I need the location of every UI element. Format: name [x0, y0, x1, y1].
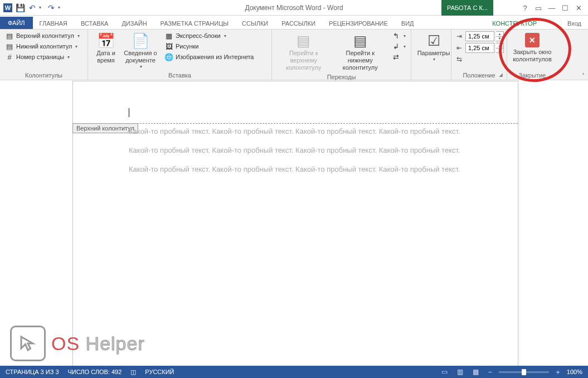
signin-link[interactable]: Вход — [563, 18, 586, 29]
group-header-footer: ▤Верхний колонтитул▾ ▤Нижний колонтитул▾… — [0, 30, 88, 80]
calendar-icon: 📅 — [97, 32, 115, 50]
quickparts-button[interactable]: ▦Экспресс-блоки▾ — [163, 31, 255, 41]
context-tab-header: РАБОТА С К... — [441, 0, 493, 16]
header-top-icon: ⇥ — [455, 32, 464, 41]
nav-prev-button[interactable]: ↰▾ — [390, 31, 407, 41]
goto-footer-icon: ▤ — [353, 32, 367, 50]
paragraph: Какой-то пробный текст. Какой-то пробный… — [129, 126, 473, 137]
quickparts-icon: ▦ — [164, 31, 173, 40]
chevron-down-icon: ▾ — [77, 33, 80, 38]
datetime-button[interactable]: 📅 Дата и время — [91, 31, 120, 71]
group-position: ⇥ ▲▼ ⇤ ▲▼ ⇆ Положение ◢ — [451, 30, 507, 80]
tab-review[interactable]: РЕЦЕНЗИРОВАНИЕ — [322, 18, 395, 29]
close-window-button[interactable]: ✕ — [572, 2, 585, 13]
view-read-button[interactable]: ▭ — [439, 367, 450, 377]
status-words[interactable]: ЧИСЛО СЛОВ: 492 — [68, 369, 122, 375]
header-top-input[interactable] — [465, 31, 494, 41]
group-options: ☑ Параметры▾ — [411, 30, 451, 80]
zoom-out-button[interactable]: − — [486, 368, 495, 376]
goto-footer-label: Перейти к нижнему колонтитулу — [336, 50, 386, 71]
footer-label: Нижний колонтитул — [16, 43, 72, 50]
group-navigation: ▤ Перейти к верхнему колонтитулу ▤ Перей… — [272, 30, 411, 80]
chevron-down-icon: ▾ — [67, 55, 70, 60]
watermark-os: OS — [51, 333, 80, 354]
ribbon: ▤Верхний колонтитул▾ ▤Нижний колонтитул▾… — [0, 29, 588, 80]
tab-designer[interactable]: КОНСТРУКТОР — [485, 18, 543, 29]
insert-alignment-tab[interactable]: ⇆ — [455, 54, 504, 64]
tab-layout[interactable]: РАЗМЕТКА СТРАНИЦЫ — [154, 18, 235, 29]
group-close: ✕ Закрыть окно колонтитулов Закрытие — [507, 30, 557, 80]
status-proofing[interactable]: ◫ — [130, 369, 136, 376]
word-icon: W — [2, 2, 13, 13]
docinfo-button[interactable]: 📄 Сведения о документе▾ — [120, 31, 161, 71]
collapse-ribbon-button[interactable]: ˄ — [582, 72, 585, 79]
onlinepics-label: Изображения из Интернета — [176, 54, 254, 60]
undo-button[interactable]: ↶ — [27, 2, 38, 13]
status-bar: СТРАНИЦА 3 ИЗ 3 ЧИСЛО СЛОВ: 492 ◫ РУССКИ… — [0, 366, 588, 378]
link-prev-button[interactable]: ⇄ — [390, 52, 407, 62]
onlinepics-button[interactable]: 🌐Изображения из Интернета — [163, 52, 255, 62]
close-header-footer-button[interactable]: ✕ Закрыть окно колонтитулов — [508, 31, 556, 64]
footer-button[interactable]: ▤Нижний колонтитул▾ — [3, 41, 81, 51]
help-button[interactable]: ? — [519, 2, 531, 13]
window-controls: ? ▭ — ☐ ✕ — [516, 0, 588, 16]
tab-view[interactable]: ВИД — [395, 18, 421, 29]
footer-bottom-icon: ⇤ — [455, 43, 464, 52]
status-language[interactable]: РУССКИЙ — [145, 369, 174, 375]
undo-dropdown[interactable]: ▾ — [39, 5, 45, 10]
pictures-icon: 🖼 — [164, 42, 173, 51]
goto-footer-button[interactable]: ▤ Перейти к нижнему колонтитулу — [332, 31, 389, 72]
footer-from-bottom: ⇤ ▲▼ — [455, 42, 504, 54]
document-icon: 📄 — [132, 32, 149, 50]
chevron-down-icon: ▾ — [75, 44, 77, 49]
page[interactable]: Верхний колонтитул Какой-то пробный текс… — [72, 81, 518, 366]
watermark: OS Helper — [10, 326, 145, 361]
pagenumber-label: Номер страницы — [16, 54, 64, 60]
options-button[interactable]: ☑ Параметры▾ — [415, 31, 453, 77]
tab-references[interactable]: ССЫЛКИ — [235, 18, 275, 29]
pagenumber-button[interactable]: #Номер страницы▾ — [3, 52, 81, 62]
zoom-level[interactable]: 100% — [567, 369, 582, 375]
dialog-launcher-icon[interactable]: ◢ — [499, 72, 506, 79]
options-label: Параметры — [417, 50, 450, 57]
goto-header-icon: ▤ — [297, 32, 310, 50]
spinner-arrows[interactable]: ▲▼ — [496, 43, 504, 53]
status-page[interactable]: СТРАНИЦА 3 ИЗ 3 — [6, 369, 59, 375]
quickparts-label: Экспресс-блоки — [176, 32, 221, 39]
view-print-button[interactable]: ▥ — [455, 367, 466, 377]
nav-next-button[interactable]: ↲▾ — [390, 41, 407, 51]
maximize-button[interactable]: ☐ — [559, 2, 571, 13]
watermark-text: OS Helper — [51, 333, 145, 355]
redo-button[interactable]: ↷ — [46, 2, 57, 13]
tab-file[interactable]: ФАЙЛ — [0, 17, 33, 29]
pictures-button[interactable]: 🖼Рисунки — [163, 41, 255, 51]
chevron-down-icon: ▾ — [404, 33, 406, 38]
close-icon: ✕ — [525, 33, 540, 47]
group-label-nav: Переходы — [275, 72, 407, 81]
qat-customize[interactable]: ▾ — [58, 5, 64, 10]
ribbon-tabs: ФАЙЛ ГЛАВНАЯ ВСТАВКА ДИЗАЙН РАЗМЕТКА СТР… — [0, 16, 588, 29]
onlinepics-icon: 🌐 — [164, 52, 173, 61]
paragraph: Какой-то пробный текст. Какой-то пробный… — [129, 145, 473, 156]
zoom-slider[interactable] — [499, 371, 549, 373]
minimize-button[interactable]: — — [546, 2, 558, 13]
tab-home[interactable]: ГЛАВНАЯ — [33, 18, 74, 29]
ribbon-display-button[interactable]: ▭ — [532, 2, 545, 13]
tab-insert[interactable]: ВСТАВКА — [74, 18, 115, 29]
close-hf-label: Закрыть окно колонтитулов — [512, 49, 553, 63]
zoom-in-button[interactable]: + — [553, 368, 562, 376]
tab-design[interactable]: ДИЗАЙН — [115, 18, 153, 29]
save-button[interactable]: 💾 — [14, 2, 26, 13]
tab-mailings[interactable]: РАССЫЛКИ — [275, 18, 322, 29]
window-title: Документ Microsoft Word - Word — [245, 4, 343, 12]
group-label-hf: Колонтитулы — [3, 71, 84, 80]
spinner-arrows[interactable]: ▲▼ — [496, 31, 504, 41]
options-icon: ☑ — [427, 32, 440, 50]
chevron-down-icon: ▾ — [404, 44, 406, 49]
goto-header-button: ▤ Перейти к верхнему колонтитулу — [275, 31, 332, 72]
header-button[interactable]: ▤Верхний колонтитул▾ — [3, 31, 81, 41]
group-label-position: Положение — [455, 71, 503, 80]
view-web-button[interactable]: ▦ — [470, 367, 482, 377]
footer-bottom-input[interactable] — [465, 43, 494, 53]
header-divider — [73, 123, 518, 124]
